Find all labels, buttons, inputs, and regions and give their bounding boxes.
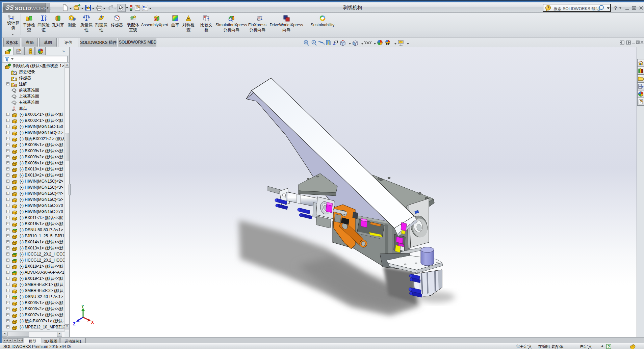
svg-text:?: ? bbox=[608, 345, 610, 349]
svg-text:Y: Y bbox=[81, 304, 84, 309]
svg-text:A: A bbox=[333, 42, 336, 46]
svg-text:?: ? bbox=[207, 17, 209, 21]
svg-text:Z: Z bbox=[73, 322, 76, 327]
svg-text:?: ? bbox=[547, 6, 549, 10]
svg-text:?: ? bbox=[614, 5, 617, 11]
svg-text:X: X bbox=[91, 320, 94, 325]
svg-text:!: ! bbox=[87, 7, 88, 9]
